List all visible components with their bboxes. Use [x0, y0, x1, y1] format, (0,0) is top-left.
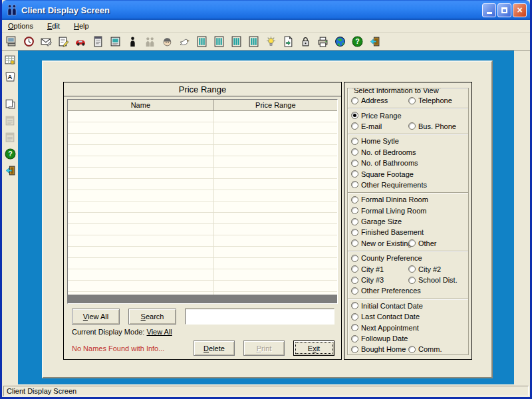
view-all-button[interactable]: View All: [72, 309, 120, 325]
radio-circle-icon: [351, 160, 358, 167]
radio-label: Initial Contact Date: [361, 302, 423, 310]
menu-help[interactable]: Help: [70, 21, 94, 31]
notes-icon: [58, 36, 69, 47]
titlebar: Client Display Screen ×: [2, 0, 530, 20]
spreadsheet-button[interactable]: [3, 53, 17, 66]
door-1-button[interactable]: [194, 34, 209, 49]
copy-button[interactable]: [3, 97, 17, 110]
exit-button-sidebar[interactable]: [3, 164, 17, 177]
radio-row: Price Range: [348, 110, 468, 120]
car-button[interactable]: [73, 34, 88, 49]
radio-comm[interactable]: Comm.: [408, 345, 442, 353]
radio-price-range[interactable]: Price Range: [351, 112, 402, 120]
agent-button[interactable]: [160, 34, 175, 49]
radio-other-requirements[interactable]: Other Requirements: [351, 181, 427, 189]
radio-square-footage[interactable]: Square Footage: [351, 170, 414, 178]
main-panel: Price Range Name Price Range View All Se…: [42, 61, 493, 378]
door-2-button[interactable]: [211, 34, 227, 49]
search-button[interactable]: Search: [128, 309, 176, 325]
exit-button[interactable]: Exit: [293, 340, 334, 356]
client-button[interactable]: [125, 34, 140, 49]
page-transfer-button[interactable]: [281, 34, 296, 49]
clock-button[interactable]: [21, 34, 37, 49]
search-input[interactable]: [185, 309, 334, 325]
radio-group-5: County PreferenceCity #1City #2City #3Sc…: [348, 251, 468, 299]
report-disabled-1-icon: [5, 115, 16, 126]
radio-label: Finished Basement: [361, 228, 424, 236]
radio-formal-dinina-room[interactable]: Formal Dinina Room: [351, 196, 428, 203]
radio-label: County Preference: [361, 254, 422, 262]
radio-next-appointment[interactable]: Next Appointment: [351, 324, 419, 332]
photo-report-button[interactable]: [108, 34, 123, 49]
door-3-button[interactable]: [229, 34, 244, 49]
report-button[interactable]: [90, 34, 106, 49]
door-4-button[interactable]: [246, 34, 261, 49]
radio-followup-date[interactable]: Followup Date: [351, 334, 408, 342]
toolbar: ?: [2, 33, 530, 51]
radio-circle-icon: [351, 265, 358, 273]
radio-group-6: Initial Contact DateLast Contact DateNex…: [348, 299, 468, 355]
radio-city-1[interactable]: City #1: [351, 265, 408, 273]
radio-label: New or Existing: [361, 239, 412, 247]
notes-button[interactable]: [56, 34, 71, 49]
column-header-name: Name: [68, 100, 213, 110]
radio-label: No. of Bathrooms: [361, 159, 418, 167]
bird-button[interactable]: [177, 34, 192, 49]
radio-row: AddressTelephone: [348, 95, 468, 106]
radio-other[interactable]: Other: [408, 239, 437, 247]
idea-bulb-button[interactable]: [263, 34, 279, 49]
radio-address[interactable]: Address: [351, 96, 408, 104]
maximize-button[interactable]: [497, 3, 511, 17]
radio-garage-size[interactable]: Garage Size: [351, 217, 402, 225]
radio-home-sytle[interactable]: Home Sytle: [351, 137, 399, 145]
mail-icon: [41, 36, 52, 47]
font-button[interactable]: A: [3, 70, 17, 83]
computer-button[interactable]: [4, 34, 19, 49]
radio-row: County Preference: [348, 253, 468, 263]
exit-button-toolbar[interactable]: [367, 34, 382, 49]
maximize-icon: [501, 7, 507, 13]
radio-initial-contact-date[interactable]: Initial Contact Date: [351, 302, 423, 310]
radio-bus-phone[interactable]: Bus. Phone: [408, 122, 456, 130]
radio-other-preferences[interactable]: Other Preferences: [351, 287, 421, 295]
radio-e-mail[interactable]: E-mail: [351, 122, 408, 130]
radio-city-2[interactable]: City #2: [408, 265, 441, 273]
radio-label: Last Contact Date: [361, 313, 420, 321]
radio-county-preference[interactable]: County Preference: [351, 254, 422, 262]
delete-button[interactable]: Delete: [194, 340, 235, 356]
mail-button[interactable]: [39, 34, 54, 49]
web-globe-button[interactable]: [332, 34, 348, 49]
radio-no-of-bedrooms[interactable]: No. of Bedrooms: [351, 148, 416, 156]
radio-circle-icon: [351, 324, 358, 331]
clients-button[interactable]: [142, 34, 158, 49]
radio-last-contact-date[interactable]: Last Contact Date: [351, 313, 420, 321]
radio-formal-living-room[interactable]: Formal Living Room: [351, 207, 426, 215]
radio-school-dist[interactable]: School Dist.: [408, 276, 458, 284]
minimize-button[interactable]: [482, 3, 496, 17]
menu-options[interactable]: Options: [5, 21, 39, 31]
menu-edit[interactable]: Edit: [44, 21, 65, 31]
radio-circle-icon: [351, 148, 358, 156]
radio-telephone[interactable]: Telephone: [408, 96, 452, 104]
radio-circle-icon: [351, 181, 358, 188]
client-list[interactable]: [68, 111, 337, 295]
radio-row: City #3School Dist.: [348, 275, 468, 285]
radio-row: No. of Bedrooms: [348, 147, 468, 158]
report-disabled-1-button[interactable]: [3, 114, 17, 127]
print-button[interactable]: Print: [243, 340, 285, 356]
help-button-sidebar[interactable]: ?: [3, 147, 17, 160]
help-button[interactable]: ?: [350, 34, 365, 49]
radio-city-3[interactable]: City #3: [351, 276, 408, 284]
report-disabled-2-button[interactable]: [3, 130, 17, 144]
horizontal-scrollbar[interactable]: [68, 295, 337, 303]
lock-button[interactable]: [298, 34, 313, 49]
radio-bought-home[interactable]: Bought Home: [351, 345, 408, 353]
radio-no-of-bathrooms[interactable]: No. of Bathrooms: [351, 159, 418, 167]
table-header: Name Price Range: [68, 100, 337, 111]
radio-row: City #1City #2: [348, 263, 468, 274]
close-button[interactable]: ×: [513, 3, 527, 17]
radio-new-or-existing[interactable]: New or Existing: [351, 239, 408, 247]
radio-finished-basement[interactable]: Finished Basement: [351, 228, 424, 236]
printer-button[interactable]: [315, 34, 331, 49]
right-sidebar: [514, 51, 530, 384]
